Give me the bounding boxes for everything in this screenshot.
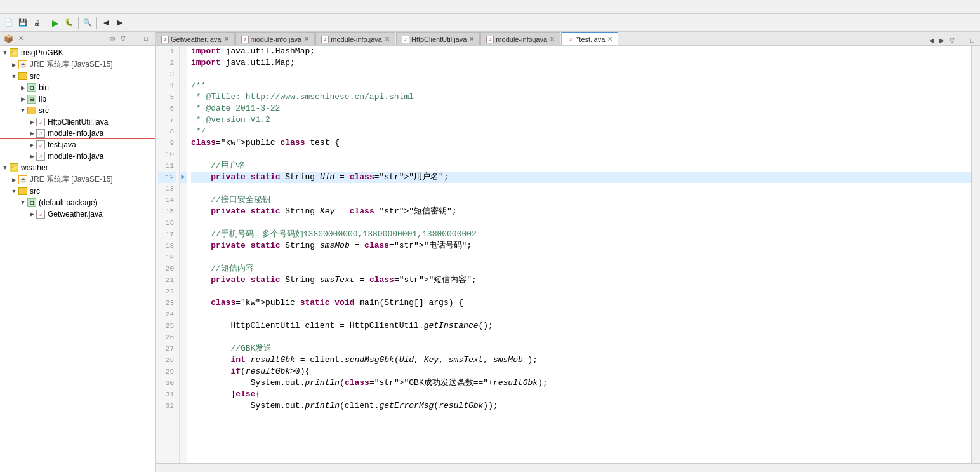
code-line[interactable]: HttpClientUtil client = HttpClientUtil.g… — [191, 320, 971, 332]
tab-close-btn[interactable]: ✕ — [607, 36, 612, 43]
tree-item[interactable]: ▶Jmodule-info.java — [0, 151, 155, 162]
code-line[interactable]: import java.util.HashMap; — [191, 46, 971, 57]
panel-max-btn[interactable]: □ — [141, 34, 151, 44]
tree-item[interactable]: ▶☕JRE 系统库 [JavaSE-15] — [0, 58, 155, 71]
code-line[interactable]: /** — [191, 80, 971, 91]
editor-tab-0[interactable]: JGetweather.java✕ — [156, 32, 235, 45]
tree-item[interactable]: ▼src — [0, 71, 155, 82]
editor-tabs: JGetweather.java✕Jmodule-info.java✕Jmodu… — [156, 32, 980, 46]
tab-scroll-right[interactable]: ▶ — [937, 35, 947, 45]
panel-menu-btn[interactable]: ▽ — [118, 34, 128, 44]
code-line[interactable]: //手机号码，多个号码如13800000000,13800000001,1380… — [191, 229, 971, 240]
tree-item[interactable]: ▶JGetweather.java — [0, 208, 155, 220]
tree-arrow-icon[interactable]: ▶ — [19, 96, 27, 102]
tree-item[interactable]: ▼📁weather — [0, 162, 155, 173]
tree-item[interactable]: ▶Jmodule-info.java — [0, 128, 155, 139]
code-line[interactable]: class="kw">public static void main(Strin… — [191, 297, 971, 309]
tab-list-btn[interactable]: ▽ — [947, 35, 957, 45]
code-line[interactable]: * @version V1.2 — [191, 114, 971, 126]
tree-arrow-icon[interactable]: ▼ — [19, 199, 27, 206]
tab-close-btn[interactable]: ✕ — [469, 36, 474, 43]
tree-arrow-icon[interactable]: ▶ — [28, 142, 36, 148]
code-line[interactable]: import java.util.Map; — [191, 57, 971, 69]
code-line[interactable] — [191, 149, 971, 160]
code-line[interactable]: System.out.println(client.getErrorMsg(re… — [191, 400, 971, 412]
tree-item[interactable]: ▶JHttpClientUtil.java — [0, 116, 155, 128]
toolbar-search-btn[interactable]: 🔍 — [81, 17, 94, 29]
code-line[interactable]: }else{ — [191, 389, 971, 400]
code-line[interactable]: //接口安全秘钥 — [191, 194, 971, 206]
tree-item[interactable]: ▼src — [0, 105, 155, 116]
tab-maximize-btn[interactable]: □ — [967, 35, 977, 45]
code-line[interactable] — [191, 332, 971, 343]
tab-close-btn[interactable]: ✕ — [224, 36, 229, 43]
toolbar-new-btn[interactable]: 📄 — [3, 17, 15, 29]
tree-arrow-icon[interactable]: ▶ — [28, 119, 36, 125]
code-line[interactable]: //GBK发送 — [191, 343, 971, 354]
code-line[interactable]: */ — [191, 126, 971, 137]
code-line[interactable]: private static String smsText = class="s… — [191, 274, 971, 286]
tab-close-btn[interactable]: ✕ — [385, 36, 390, 43]
horizontal-scrollbar[interactable] — [156, 464, 980, 472]
code-line[interactable]: //用户名 — [191, 160, 971, 172]
code-line[interactable]: private static String smsMob = class="st… — [191, 240, 971, 252]
tab-minimize-btn[interactable]: — — [957, 35, 967, 45]
code-line[interactable]: System.out.println(class="str">"GBK成功发送条… — [191, 377, 971, 389]
tree-item[interactable]: ▼📁msgProGBK — [0, 47, 155, 58]
code-line[interactable]: //短信内容 — [191, 263, 971, 274]
code-line[interactable] — [191, 286, 971, 297]
tree-arrow-icon[interactable]: ▼ — [10, 73, 18, 79]
code-line[interactable] — [191, 69, 971, 80]
toolbar-debug-btn[interactable]: 🐛 — [63, 17, 76, 29]
panel-collapse-btn[interactable]: ▭ — [107, 34, 117, 44]
tab-close-btn[interactable]: ✕ — [304, 36, 309, 43]
toolbar-forward-btn[interactable]: ▶ — [114, 17, 126, 29]
tree-item[interactable]: ▼⊞(default package) — [0, 197, 155, 208]
code-line[interactable]: private static String Uid = class="str">… — [191, 172, 971, 183]
code-line[interactable] — [191, 217, 971, 229]
toolbar-back-btn[interactable]: ◀ — [100, 17, 112, 29]
tree-arrow-icon[interactable]: ▼ — [19, 107, 27, 114]
toolbar-run-btn[interactable]: ▶ — [49, 17, 62, 29]
editor-tab-3[interactable]: JHttpClientUtil.java✕ — [396, 32, 480, 45]
editor-tab-4[interactable]: Jmodule-info.java✕ — [480, 32, 560, 45]
code-line[interactable] — [191, 309, 971, 320]
tree-arrow-icon[interactable]: ▼ — [1, 50, 9, 56]
code-line[interactable]: * @Title: http://www.smschinese.cn/api.s… — [191, 91, 971, 103]
tree-item[interactable]: ▶☕JRE 系统库 [JavaSE-15] — [0, 173, 155, 185]
panel-actions: ▭ ▽ — □ — [107, 34, 151, 44]
code-line[interactable]: private static String Key = class="str">… — [191, 206, 971, 217]
toolbar-save-btn[interactable]: 💾 — [17, 17, 29, 29]
code-line[interactable] — [191, 252, 971, 263]
tree-arrow-icon[interactable]: ▼ — [1, 165, 9, 171]
code-line[interactable] — [191, 183, 971, 194]
tree-item[interactable]: ▶Jtest.java — [0, 139, 155, 151]
code-line[interactable]: int resultGbk = client.sendMsgGbk(Uid, K… — [191, 354, 971, 366]
tree-arrow-icon[interactable]: ▶ — [10, 177, 18, 183]
tree-arrow-icon[interactable]: ▶ — [28, 153, 36, 159]
tab-close-btn[interactable]: ✕ — [550, 36, 555, 43]
code-content[interactable]: import java.util.HashMap;import java.uti… — [187, 46, 971, 463]
tree-item[interactable]: ▶⊞lib — [0, 93, 155, 105]
code-line[interactable]: * @date 2011-3-22 — [191, 103, 971, 114]
tree-arrow-icon[interactable]: ▼ — [10, 188, 18, 194]
tree-arrow-icon[interactable]: ▶ — [28, 130, 36, 137]
editor-tab-2[interactable]: Jmodule-info.java✕ — [315, 32, 395, 45]
tree-item[interactable]: ▶⊞bin — [0, 82, 155, 93]
tree-arrow-icon[interactable]: ▶ — [28, 211, 36, 217]
vertical-scrollbar[interactable] — [971, 46, 980, 463]
panel-header: 📦 ✕ ▭ ▽ — □ — [0, 32, 155, 46]
line-marker: ▶ — [180, 172, 187, 183]
panel-min-btn[interactable]: — — [129, 34, 140, 44]
editor-tab-5[interactable]: J*test.java✕ — [561, 32, 618, 45]
tree-arrow-icon[interactable]: ▶ — [19, 84, 27, 91]
tab-scroll-left[interactable]: ◀ — [927, 35, 937, 45]
tree-arrow-icon[interactable]: ▶ — [10, 62, 18, 68]
code-line[interactable]: if(resultGbk>0){ — [191, 366, 971, 377]
tree-item[interactable]: ▼src — [0, 185, 155, 197]
line-number: 30 — [158, 377, 176, 389]
code-line[interactable]: class="kw">public class test { — [191, 137, 971, 149]
editor-tab-1[interactable]: Jmodule-info.java✕ — [235, 32, 315, 45]
line-marker — [180, 206, 187, 217]
toolbar-print-btn[interactable]: 🖨 — [30, 17, 43, 29]
